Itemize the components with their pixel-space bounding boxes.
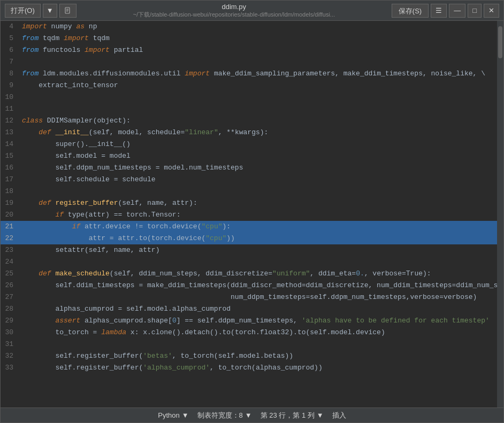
line-content: self.ddpm_num_timesteps = model.num_time… bbox=[20, 162, 243, 174]
line-number: 16 bbox=[1, 162, 20, 174]
table-row: 15 self.model = model bbox=[1, 150, 497, 162]
line-number: 6 bbox=[1, 44, 20, 56]
language-status[interactable]: Python ▼ bbox=[158, 411, 188, 419]
line-number: 26 bbox=[1, 280, 20, 291]
position-dropdown-icon: ▼ bbox=[317, 411, 324, 419]
line-number: 27 bbox=[1, 291, 20, 303]
line-content: import numpy as np bbox=[20, 21, 97, 33]
line-content: from functools import partial bbox=[20, 44, 143, 56]
editor-area: 4import numpy as np5from tqdm import tqd… bbox=[1, 21, 503, 407]
table-row: 19 def register_buffer(self, name, attr)… bbox=[1, 197, 497, 209]
table-row: 13 def __init__(self, model, schedule="l… bbox=[1, 127, 497, 139]
table-row: 27 num_ddpm_timesteps=self.ddpm_num_time… bbox=[1, 291, 497, 303]
line-content: attr = attr.to(torch.device("cpu")) bbox=[20, 233, 235, 244]
table-row: 32 self.register_buffer('betas', to_torc… bbox=[1, 350, 497, 362]
save-button[interactable]: 保存(S) bbox=[392, 4, 429, 18]
titlebar: 打开(O) ▼ ddim.py ~/下载/stable-diffusion-we… bbox=[1, 1, 503, 21]
table-row: 30 to_torch = lambda x: x.clone().detach… bbox=[1, 327, 497, 339]
tab-width-status[interactable]: 制表符宽度：8 ▼ bbox=[197, 411, 252, 420]
line-number: 9 bbox=[1, 80, 20, 91]
tab-width-label: 制表符宽度：8 bbox=[197, 411, 243, 420]
line-number: 15 bbox=[1, 150, 20, 162]
line-content: from tqdm import tqdm bbox=[20, 33, 110, 44]
line-number: 22 bbox=[1, 233, 20, 244]
line-content: assert alphas_cumprod.shape[0] == self.d… bbox=[20, 315, 490, 327]
table-row: 8from ldm.modules.diffusionmodules.util … bbox=[1, 68, 497, 80]
line-number: 23 bbox=[1, 244, 20, 256]
table-row: 4import numpy as np bbox=[1, 21, 497, 33]
position-status[interactable]: 第 23 行，第 1 列 ▼ bbox=[261, 411, 324, 420]
table-row: 21 if attr.device != torch.device("cpu")… bbox=[1, 221, 497, 233]
line-content: extract_into_tensor bbox=[20, 80, 118, 91]
line-number: 8 bbox=[1, 68, 20, 80]
line-number: 25 bbox=[1, 268, 20, 280]
line-number: 28 bbox=[1, 303, 20, 315]
line-content: setattr(self, name, attr) bbox=[20, 244, 159, 256]
main-window: 打开(O) ▼ ddim.py ~/下载/stable-diffusion-we… bbox=[0, 0, 504, 423]
table-row: 23 setattr(self, name, attr) bbox=[1, 244, 497, 256]
scrollbar-track[interactable] bbox=[497, 21, 503, 407]
language-dropdown-icon: ▼ bbox=[182, 411, 189, 419]
line-content: if type(attr) == torch.Tensor: bbox=[20, 209, 180, 221]
table-row: 28 alphas_cumprod = self.model.alphas_cu… bbox=[1, 303, 497, 315]
line-number: 19 bbox=[1, 197, 20, 209]
insert-status: 插入 bbox=[332, 411, 346, 420]
titlebar-right: 保存(S) ☰ — □ ✕ bbox=[392, 4, 499, 18]
table-row: 22 attr = attr.to(torch.device("cpu")) bbox=[1, 233, 497, 244]
table-row: 18 bbox=[1, 186, 497, 197]
table-row: 10 bbox=[1, 91, 497, 103]
line-number: 33 bbox=[1, 362, 20, 374]
line-number: 18 bbox=[1, 186, 20, 197]
table-row: 7 bbox=[1, 56, 497, 68]
file-icon-button[interactable] bbox=[59, 4, 77, 18]
tab-dropdown-icon: ▼ bbox=[245, 411, 252, 419]
line-number: 14 bbox=[1, 139, 20, 150]
open-button[interactable]: 打开(O) bbox=[5, 4, 41, 18]
line-number: 21 bbox=[1, 221, 20, 233]
language-label: Python bbox=[158, 411, 179, 419]
menu-button[interactable]: ☰ bbox=[431, 4, 447, 18]
insert-label: 插入 bbox=[332, 411, 346, 420]
table-row: 29 assert alphas_cumprod.shape[0] == sel… bbox=[1, 315, 497, 327]
titlebar-left: 打开(O) ▼ bbox=[5, 4, 77, 18]
table-row: 26 self.ddim_timesteps = make_ddim_times… bbox=[1, 280, 497, 291]
line-content bbox=[20, 339, 26, 350]
table-row: 16 self.ddpm_num_timesteps = model.num_t… bbox=[1, 162, 497, 174]
line-content: to_torch = lambda x: x.clone().detach().… bbox=[20, 327, 385, 339]
line-content: def make_schedule(self, ddim_num_steps, … bbox=[20, 268, 431, 280]
table-row: 31 bbox=[1, 339, 497, 350]
line-number: 30 bbox=[1, 327, 20, 339]
table-row: 9 extract_into_tensor bbox=[1, 80, 497, 91]
minimize-button[interactable]: — bbox=[449, 4, 465, 18]
line-number: 12 bbox=[1, 115, 20, 127]
line-content: self.register_buffer('betas', to_torch(s… bbox=[20, 350, 293, 362]
table-row: 12class DDIMSampler(object): bbox=[1, 115, 497, 127]
line-number: 10 bbox=[1, 91, 20, 103]
line-content: self.register_buffer('alphas_cumprod', t… bbox=[20, 362, 323, 374]
open-dropdown-button[interactable]: ▼ bbox=[43, 4, 57, 18]
line-content: def __init__(self, model, schedule="line… bbox=[20, 127, 268, 139]
line-content bbox=[20, 103, 26, 115]
line-number: 31 bbox=[1, 339, 20, 350]
maximize-button[interactable]: □ bbox=[468, 4, 482, 18]
line-content: class DDIMSampler(object): bbox=[20, 115, 131, 127]
table-row: 11 bbox=[1, 103, 497, 115]
line-content: self.model = model bbox=[20, 150, 131, 162]
line-number: 20 bbox=[1, 209, 20, 221]
statusbar: Python ▼ 制表符宽度：8 ▼ 第 23 行，第 1 列 ▼ 插入 bbox=[1, 407, 503, 422]
line-number: 24 bbox=[1, 256, 20, 268]
file-icon bbox=[64, 7, 72, 14]
line-content bbox=[20, 186, 26, 197]
line-number: 7 bbox=[1, 56, 20, 68]
line-content: alphas_cumprod = self.model.alphas_cumpr… bbox=[20, 303, 231, 315]
line-number: 5 bbox=[1, 33, 20, 44]
line-content: self.ddim_timesteps = make_ddim_timestep… bbox=[20, 280, 497, 291]
line-number: 29 bbox=[1, 315, 20, 327]
position-label: 第 23 行，第 1 列 bbox=[261, 411, 315, 420]
line-content: from ldm.modules.diffusionmodules.util i… bbox=[20, 68, 485, 80]
code-editor[interactable]: 4import numpy as np5from tqdm import tqd… bbox=[1, 21, 497, 407]
table-row: 5from tqdm import tqdm bbox=[1, 33, 497, 44]
table-row: 25 def make_schedule(self, ddim_num_step… bbox=[1, 268, 497, 280]
close-button[interactable]: ✕ bbox=[484, 4, 499, 18]
scrollbar-thumb[interactable] bbox=[498, 26, 502, 58]
